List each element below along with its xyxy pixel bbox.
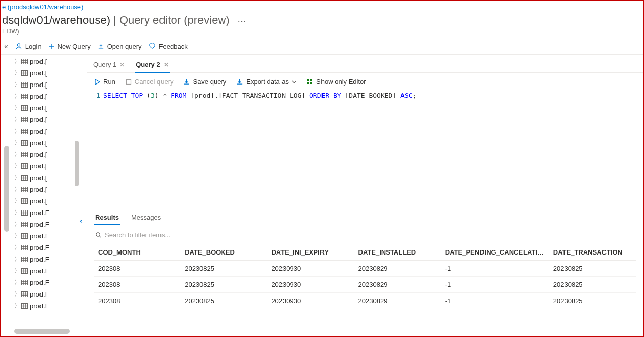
chevron-right-icon: 〉: [14, 57, 19, 66]
tree-item[interactable]: 〉prod.[: [13, 137, 74, 149]
tree-item[interactable]: 〉prod.[: [13, 195, 74, 207]
tree-item[interactable]: 〉prod.[: [13, 149, 74, 160]
tree-item-label: prod.F: [30, 290, 49, 298]
close-icon[interactable]: ✕: [119, 61, 125, 68]
svg-rect-41: [22, 152, 28, 157]
svg-rect-81: [22, 245, 28, 250]
tree-scrollbar-thumb[interactable]: [75, 141, 79, 186]
table-icon: [21, 105, 28, 111]
svg-rect-86: [22, 257, 28, 262]
plus-icon: [49, 43, 55, 49]
open-query-button[interactable]: Open query: [98, 43, 142, 50]
tree-item[interactable]: 〉prod.[: [13, 114, 74, 125]
svg-rect-51: [22, 175, 28, 180]
table-icon: [21, 152, 28, 157]
tree-item[interactable]: 〉prod.[: [13, 125, 74, 137]
export-data-label: Export data as: [246, 78, 289, 86]
login-button[interactable]: Login: [15, 43, 42, 50]
splitter[interactable]: ‹: [80, 55, 87, 330]
tree-item[interactable]: 〉prod.[: [13, 160, 74, 172]
tree-item[interactable]: 〉prod.f: [13, 230, 74, 242]
feedback-button[interactable]: Feedback: [149, 43, 188, 50]
svg-rect-76: [22, 233, 28, 238]
chevron-right-icon: 〉: [14, 208, 19, 217]
svg-rect-66: [22, 210, 28, 215]
tab-results[interactable]: Results: [94, 212, 120, 225]
show-only-editor-button[interactable]: Show only Editor: [307, 78, 366, 86]
new-query-label: New Query: [58, 43, 91, 50]
tree-item[interactable]: 〉prod.F: [13, 254, 74, 265]
tree-item-label: prod.F: [30, 209, 49, 217]
tree-scrollbar-track: [74, 55, 80, 330]
grid-icon: [307, 78, 313, 85]
tree-item[interactable]: 〉prod.F: [13, 219, 74, 230]
tree-item[interactable]: 〉prod.F: [13, 288, 74, 300]
query-tab-label: Query 1: [93, 61, 116, 68]
table-row[interactable]: 202308202308252023093020230829-120230825: [94, 261, 636, 277]
tab-messages[interactable]: Messages: [130, 212, 162, 225]
page-title: dsqldw01/warehouse) | Query editor (prev…: [1, 13, 643, 27]
person-icon: [15, 43, 22, 50]
column-header[interactable]: DATE_PENDING_CANCELATIO...: [441, 244, 549, 261]
tree-item[interactable]: 〉prod.[: [13, 67, 74, 79]
tree-item-label: prod.[: [30, 197, 47, 205]
scrollbar-thumb[interactable]: [4, 146, 9, 232]
chevron-right-icon: 〉: [14, 232, 19, 240]
sql-editor[interactable]: 1 SELECT TOP (3) * FROM [prod].[FACT_TRA…: [87, 91, 643, 207]
more-icon[interactable]: ···: [234, 16, 246, 26]
column-header[interactable]: DATE_BOOKED: [181, 244, 267, 261]
line-number: 1: [91, 91, 103, 207]
tree-item[interactable]: 〉prod.F: [13, 277, 74, 288]
query-tab[interactable]: Query 1✕: [92, 58, 126, 72]
command-bar: « Login New Query Open query Feedback: [1, 39, 643, 55]
tree-item-label: prod.[: [30, 93, 47, 100]
tree-item[interactable]: 〉prod.[: [13, 102, 74, 114]
column-header[interactable]: DATE_INSTALLED: [354, 244, 441, 261]
open-query-label: Open query: [107, 43, 142, 50]
tree-item-label: prod.[: [30, 174, 47, 182]
column-header[interactable]: COD_MONTH: [94, 244, 181, 261]
close-icon[interactable]: ✕: [164, 61, 169, 68]
run-button[interactable]: Run: [94, 78, 115, 86]
tree-item[interactable]: 〉prod.F: [13, 242, 74, 254]
svg-rect-101: [22, 291, 28, 297]
tree-item[interactable]: 〉prod.F: [13, 265, 74, 277]
tree-item[interactable]: 〉prod.[: [13, 91, 74, 102]
table-icon: [21, 82, 28, 88]
svg-rect-16: [22, 94, 28, 99]
chevron-right-icon: 〉: [14, 197, 19, 205]
new-query-button[interactable]: New Query: [49, 43, 91, 50]
horizontal-scrollbar-thumb[interactable]: [14, 329, 70, 334]
collapse-breadcrumb-button[interactable]: «: [4, 42, 8, 50]
table-icon: [21, 198, 28, 204]
chevron-right-icon: 〉: [14, 127, 19, 136]
table-cell: 20230825: [181, 277, 267, 293]
export-data-button[interactable]: Export data as: [236, 78, 297, 86]
tree-item[interactable]: 〉prod.F: [13, 207, 74, 219]
code-line[interactable]: SELECT TOP (3) * FROM [prod].[FACT_TRANS…: [103, 91, 416, 207]
table-row[interactable]: 202308202308252023093020230829-120230825: [94, 277, 636, 293]
svg-point-116: [96, 233, 100, 236]
tree-item[interactable]: 〉prod.[: [13, 184, 74, 195]
svg-rect-46: [22, 163, 28, 168]
save-query-button[interactable]: Save query: [183, 78, 226, 86]
tree-item[interactable]: 〉prod.F: [13, 300, 74, 312]
results-search-input[interactable]: [105, 231, 635, 239]
table-row[interactable]: 202308202308252023093020230829-120230825: [94, 293, 636, 309]
chevron-right-icon: 〉: [14, 139, 19, 147]
table-icon: [21, 291, 28, 297]
tree-item-label: prod.[: [30, 128, 47, 135]
column-header[interactable]: DATE_INI_EXPIRY: [267, 244, 354, 261]
chevron-right-icon: 〉: [14, 302, 19, 310]
svg-rect-112: [307, 79, 309, 81]
column-header[interactable]: DATE_TRANSACTION: [549, 244, 636, 261]
results-search[interactable]: [94, 229, 636, 241]
breadcrumb[interactable]: e (prodsqldw01/warehouse): [1, 1, 643, 13]
chevron-left-icon[interactable]: ‹: [80, 217, 83, 225]
tree-item[interactable]: 〉prod.[: [13, 79, 74, 91]
upload-icon: [98, 43, 104, 50]
tree-item[interactable]: 〉prod.[: [13, 172, 74, 184]
query-tab[interactable]: Query 2✕: [135, 58, 169, 72]
table-icon: [21, 59, 28, 64]
tree-item[interactable]: 〉prod.[: [13, 56, 74, 67]
